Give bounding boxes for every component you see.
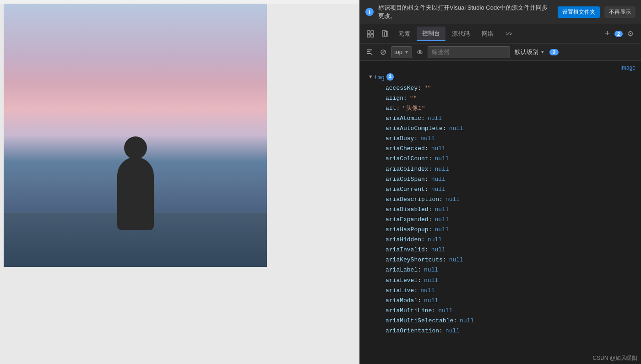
prop-colon: :: [418, 83, 421, 93]
prop-value: null: [428, 114, 442, 124]
prop-value: null: [431, 245, 445, 255]
prop-row: ariaHidden: null: [360, 235, 641, 245]
log-level-selector[interactable]: 默认级别 ▼: [512, 47, 548, 57]
tab-add[interactable]: +: [601, 27, 614, 40]
block-button[interactable]: [377, 46, 389, 58]
prop-key: ariaOrientation: [386, 326, 439, 336]
prop-colon: :: [425, 174, 429, 185]
prop-value: null: [431, 144, 445, 154]
prop-row: ariaDisabled: null: [360, 205, 641, 215]
prop-value: null: [460, 316, 474, 326]
context-arrow-icon: ▼: [404, 49, 409, 54]
prop-row: ariaOrientation: null: [360, 326, 641, 336]
prop-value: null: [420, 286, 435, 296]
error-badge: 2: [614, 31, 623, 37]
prop-value: null: [424, 296, 438, 306]
dom-img-row[interactable]: ▼ img i: [360, 73, 641, 83]
prop-row: ariaExpanded: null: [360, 215, 641, 225]
prop-row: ariaMultiLine: null: [360, 306, 641, 316]
prop-colon: :: [396, 103, 400, 114]
notification-bar: i 标识项目的根文件夹以打开Visual Studio Code中的源文件并同步…: [360, 0, 641, 24]
prop-colon: :: [425, 185, 429, 195]
prop-row: ariaLevel: null: [360, 276, 641, 286]
prop-colon: :: [429, 205, 432, 215]
image-link[interactable]: image: [360, 63, 641, 73]
console-toolbar: top ▼ 默认级别 ▼ 2: [360, 43, 641, 61]
prop-row: ariaColCount: null: [360, 154, 641, 164]
prop-row: alt: "头像1": [360, 103, 641, 114]
clear-console-button[interactable]: [364, 46, 375, 58]
device-toggle-button[interactable]: [378, 27, 392, 41]
prop-row: ariaDescription: null: [360, 195, 641, 205]
prop-key: ariaColIndex: [386, 164, 429, 174]
prop-value: null: [435, 215, 449, 225]
prop-colon: :: [418, 265, 421, 275]
prop-colon: :: [421, 114, 425, 124]
svg-line-9: [371, 54, 372, 55]
prop-value: null: [435, 154, 449, 164]
prop-key: ariaDisabled: [386, 205, 429, 215]
prop-value: null: [424, 276, 438, 286]
prop-row: ariaKeyShortcuts: null: [360, 255, 641, 265]
context-selector[interactable]: top ▼: [391, 46, 412, 58]
silhouette-head: [124, 136, 147, 159]
context-label: top: [394, 49, 402, 55]
prop-key: accessKey: [386, 83, 418, 93]
prop-value: null: [428, 235, 442, 245]
prop-row: ariaAtomic: null: [360, 114, 641, 124]
prop-colon: :: [439, 195, 443, 205]
silhouette-body: [117, 157, 154, 230]
prop-key: ariaHasPopup: [386, 225, 429, 235]
settings-button[interactable]: ⚙: [624, 27, 637, 41]
filter-input[interactable]: [428, 46, 510, 58]
prop-row: ariaMultiSelectable: null: [360, 316, 641, 326]
prop-key: ariaMultiSelectable: [386, 316, 453, 326]
prop-colon: :: [414, 286, 418, 296]
level-arrow-icon: ▼: [540, 49, 545, 54]
tab-elements[interactable]: 元素: [393, 27, 416, 41]
prop-key: ariaBusy: [386, 134, 414, 144]
prop-row: accessKey: "": [360, 83, 641, 93]
prop-colon: :: [429, 164, 432, 174]
prop-row: ariaCurrent: null: [360, 185, 641, 195]
prop-value: null: [449, 255, 463, 265]
prop-key: ariaColSpan: [386, 174, 425, 185]
tab-more[interactable]: >>: [500, 27, 518, 40]
webpage-image: [4, 4, 267, 267]
console-error-badge: 2: [549, 49, 559, 55]
prop-row: align: "": [360, 93, 641, 103]
prop-key: ariaCurrent: [386, 185, 425, 195]
prop-row: ariaColIndex: null: [360, 164, 641, 174]
console-output[interactable]: image ▼ img i accessKey: ""align: ""alt:…: [360, 61, 641, 352]
tab-console[interactable]: 控制台: [417, 27, 445, 41]
prop-colon: :: [425, 144, 429, 154]
svg-rect-8: [367, 53, 371, 54]
prop-value: null: [420, 134, 435, 144]
prop-value: "头像1": [402, 103, 425, 114]
svg-rect-7: [367, 51, 370, 52]
tab-sources[interactable]: 源代码: [446, 27, 475, 41]
prop-row: ariaLabel: null: [360, 265, 641, 275]
prop-row: ariaModal: null: [360, 296, 641, 306]
prop-value: null: [431, 174, 445, 185]
tab-network[interactable]: 网络: [476, 27, 499, 41]
prop-key: ariaDescription: [386, 195, 439, 205]
watermark: CSDN @如风暖阳: [592, 355, 637, 361]
prop-key: ariaModal: [386, 296, 418, 306]
properties-list: accessKey: ""align: ""alt: "头像1"ariaAtom…: [360, 83, 641, 336]
svg-line-11: [381, 50, 385, 54]
eye-button[interactable]: [414, 46, 426, 58]
info-icon: i: [365, 8, 374, 16]
prop-colon: :: [443, 124, 446, 134]
prop-key: align: [386, 93, 403, 103]
inspect-element-button[interactable]: [364, 27, 377, 41]
dismiss-button[interactable]: 不再显示: [604, 6, 636, 18]
prop-value: "": [410, 93, 417, 103]
prop-row: ariaHasPopup: null: [360, 225, 641, 235]
set-root-button[interactable]: 设置根文件夹: [558, 6, 600, 18]
prop-key: ariaLabel: [386, 265, 418, 275]
prop-row: ariaInvalid: null: [360, 245, 641, 255]
prop-key: ariaLive: [386, 286, 414, 296]
prop-colon: :: [429, 154, 432, 164]
prop-key: ariaHidden: [386, 235, 421, 245]
